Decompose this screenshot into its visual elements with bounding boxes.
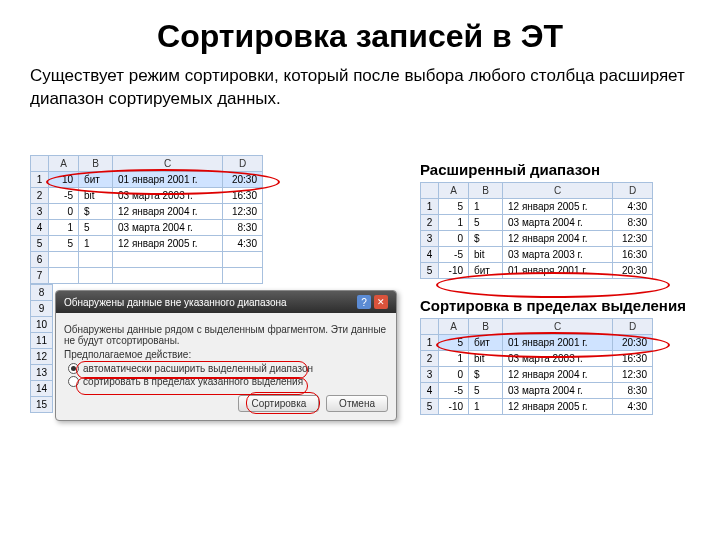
label-within: Сортировка в пределах выделения: [420, 297, 690, 314]
cancel-button[interactable]: Отмена: [326, 395, 388, 412]
left-area: ABCD 110бит01 января 2001 г.20:30 2-5bit…: [30, 155, 397, 421]
spreadsheet-expanded: ABCD 15112 января 2005 г.4:30 21503 март…: [420, 182, 653, 279]
spreadsheet-before: ABCD 110бит01 января 2001 г.20:30 2-5bit…: [30, 155, 263, 284]
spreadsheet-within: ABCD 15бит01 января 2001 г.20:30 21bit03…: [420, 318, 653, 415]
label-expanded: Расширенный диапазон: [420, 161, 690, 178]
row-headers-tail: 89101112131415: [30, 284, 53, 413]
sort-button[interactable]: Сортировка: [238, 395, 319, 412]
intro-text: Существует режим сортировки, который пос…: [30, 65, 690, 111]
radio-option-expand[interactable]: автоматически расширить выделенный диапа…: [68, 363, 388, 374]
radio-option-within[interactable]: сортировать в пределах указанного выделе…: [68, 376, 388, 387]
radio-icon: [68, 376, 79, 387]
dialog-prompt: Предполагаемое действие:: [64, 349, 388, 360]
close-icon[interactable]: ✕: [374, 295, 388, 309]
dialog-message: Обнаружены данные рядом с выделенным фра…: [64, 324, 388, 346]
page-title: Сортировка записей в ЭТ: [30, 18, 690, 55]
dialog-title: Обнаружены данные вне указанного диапазо…: [64, 297, 287, 308]
sort-warning-dialog: Обнаружены данные вне указанного диапазо…: [55, 290, 397, 421]
radio-icon: [68, 363, 79, 374]
help-icon[interactable]: ?: [357, 295, 371, 309]
